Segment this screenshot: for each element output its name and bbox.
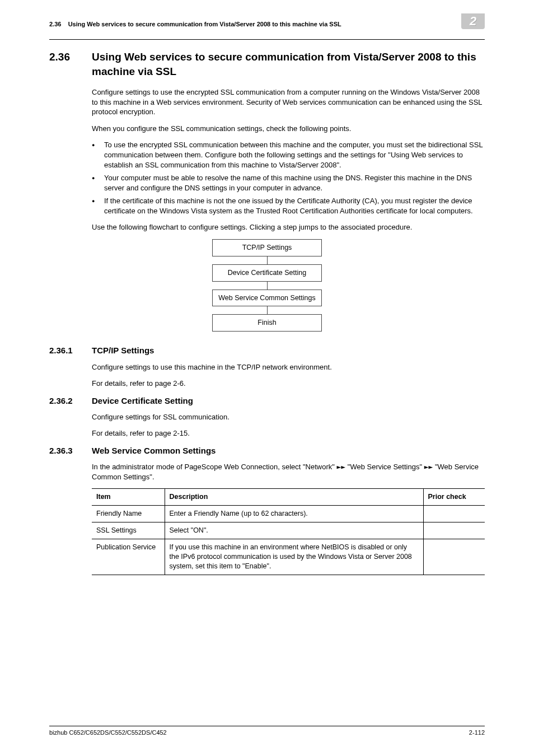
table-header-row: Item Description Prior check	[92, 489, 485, 506]
sec3-para-part-b: "Web Service Settings"	[345, 463, 424, 471]
flow-step-finish: Finish	[212, 314, 322, 332]
footer-model: bizhub C652/C652DS/C552/C552DS/C452	[49, 729, 167, 737]
cell-item: Friendly Name	[92, 506, 165, 522]
cell-description: Select "ON".	[165, 522, 423, 539]
table-row: Publication Service If you use this mach…	[92, 539, 485, 575]
sec2-para-1: Configure settings for SSL communication…	[92, 412, 485, 422]
subsection-title: Web Service Common Settings	[92, 445, 216, 456]
bullet-item: Your computer must be able to resolve th…	[92, 173, 485, 193]
flow-step-web-service[interactable]: Web Service Common Settings	[212, 290, 322, 307]
cell-prior-check	[423, 506, 485, 522]
subsection-title: TCP/IP Settings	[92, 345, 154, 356]
section-title: Using Web services to secure communicati…	[92, 50, 485, 78]
footer-page-number: 2-112	[469, 729, 485, 737]
flow-connector	[267, 282, 268, 290]
cell-item: SSL Settings	[92, 522, 165, 539]
sec1-para-2: For details, refer to page 2-6.	[92, 379, 485, 389]
chapter-tab: 2	[461, 13, 485, 29]
arrow-icon: ►►	[337, 463, 346, 471]
flow-step-device-cert[interactable]: Device Certificate Setting	[212, 264, 322, 282]
page-footer: bizhub C652/C652DS/C552/C552DS/C452 2-11…	[49, 726, 485, 737]
subsection-title: Device Certificate Setting	[92, 395, 193, 407]
cell-description: Enter a Friendly Name (up to 62 characte…	[165, 506, 423, 522]
sec2-para-2: For details, refer to page 2-15.	[92, 428, 485, 438]
intro-paragraph-1: Configure settings to use the encrypted …	[92, 87, 485, 117]
intro-paragraph-2: When you configure the SSL communication…	[92, 124, 485, 134]
flowchart-intro: Use the following flowchart to configure…	[92, 222, 485, 232]
col-header-prior-check: Prior check	[423, 489, 485, 506]
header-rule	[49, 39, 485, 40]
col-header-description: Description	[165, 489, 423, 506]
running-header: 2.36 Using Web services to secure commun…	[49, 17, 485, 29]
sec1-para-1: Configure settings to use this machine i…	[92, 362, 485, 372]
col-header-item: Item	[92, 489, 165, 506]
running-header-text: 2.36 Using Web services to secure commun…	[49, 17, 341, 29]
section-number: 2.36	[49, 50, 82, 78]
subsection-number: 2.36.1	[49, 345, 82, 356]
sec3-para-part-a: In the administrator mode of PageScope W…	[92, 463, 337, 471]
subsection-number: 2.36.3	[49, 445, 82, 456]
flow-connector	[267, 256, 268, 264]
subsection-heading: 2.36.3 Web Service Common Settings	[49, 445, 485, 456]
cell-item: Publication Service	[92, 539, 165, 575]
table-row: SSL Settings Select "ON".	[92, 522, 485, 539]
cell-prior-check	[423, 539, 485, 575]
settings-table: Item Description Prior check Friendly Na…	[92, 488, 485, 575]
section-heading: 2.36 Using Web services to secure commun…	[49, 50, 485, 78]
subsection-heading: 2.36.2 Device Certificate Setting	[49, 395, 485, 407]
running-header-secnum: 2.36	[49, 21, 61, 27]
sec3-para-1: In the administrator mode of PageScope W…	[92, 462, 485, 482]
bullet-item: If the certificate of this machine is no…	[92, 196, 485, 216]
subsection-heading: 2.36.1 TCP/IP Settings	[49, 345, 485, 356]
flow-step-tcpip[interactable]: TCP/IP Settings	[212, 239, 322, 256]
flow-connector	[267, 306, 268, 314]
subsection-number: 2.36.2	[49, 395, 82, 407]
bullet-item: To use the encrypted SSL communication b…	[92, 140, 485, 170]
cell-prior-check	[423, 522, 485, 539]
flowchart: TCP/IP Settings Device Certificate Setti…	[49, 239, 485, 332]
table-row: Friendly Name Enter a Friendly Name (up …	[92, 506, 485, 522]
arrow-icon: ►►	[424, 463, 433, 471]
bullet-list: To use the encrypted SSL communication b…	[92, 140, 485, 216]
running-header-title: Using Web services to secure communicati…	[68, 21, 341, 27]
cell-description: If you use this machine in an environmen…	[165, 539, 423, 575]
